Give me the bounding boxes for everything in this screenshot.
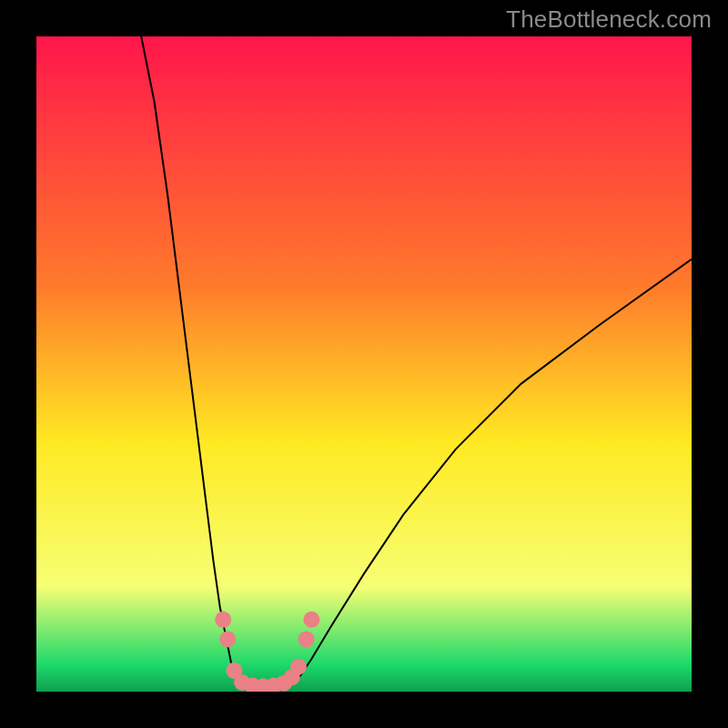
data-dot xyxy=(290,659,307,675)
data-dot xyxy=(215,612,231,628)
outer-frame: TheBottleneck.com xyxy=(0,0,728,728)
data-dot xyxy=(298,631,315,647)
data-dot xyxy=(219,631,236,647)
chart-svg xyxy=(36,36,692,692)
watermark-text: TheBottleneck.com xyxy=(506,5,712,34)
data-dot xyxy=(303,612,319,628)
plot-area xyxy=(36,36,692,692)
gradient-background xyxy=(36,36,692,692)
